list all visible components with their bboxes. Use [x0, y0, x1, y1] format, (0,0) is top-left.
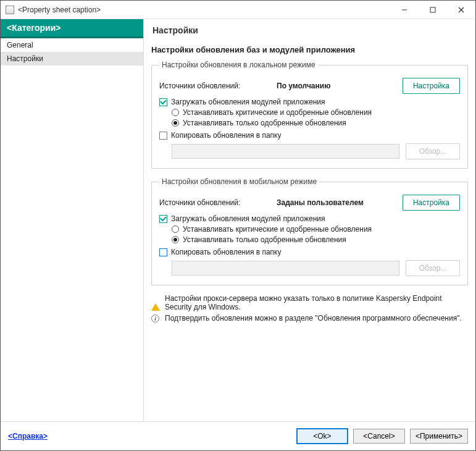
local-sources-label: Источники обновлений: — [159, 82, 270, 90]
svg-rect-1 — [430, 7, 435, 12]
local-sources-value: По умолчанию — [277, 82, 330, 90]
close-button[interactable] — [447, 1, 475, 19]
checkbox-icon — [159, 98, 167, 106]
radio-icon — [172, 225, 179, 233]
local-download-modules-checkbox[interactable]: Загружать обновления модулей приложения — [159, 98, 460, 106]
local-mode-legend: Настройки обновления в локальном режиме — [159, 61, 318, 69]
sidebar-item-settings[interactable]: Настройки — [1, 52, 143, 65]
mobile-install-radio-group: Устанавливать критические и одобренные о… — [172, 225, 460, 244]
dialog-footer: <Справка> <Ok> <Cancel> <Применить> — [1, 421, 475, 450]
radio-label: Устанавливать критические и одобренные о… — [183, 225, 372, 234]
checkbox-label: Загружать обновления модулей приложения — [171, 214, 325, 223]
local-copy-to-folder-checkbox[interactable]: Копировать обновления в папку — [159, 131, 460, 140]
category-sidebar: <Категории> General Настройки — [1, 19, 144, 421]
radio-icon — [172, 236, 179, 243]
confirm-note: i Подтвердить обновления можно в разделе… — [151, 314, 468, 323]
property-sheet-window: <Property sheet caption> <Категории> Gen… — [0, 0, 476, 451]
local-browse-button: Обзор... — [406, 143, 460, 159]
maximize-icon — [430, 7, 436, 13]
checkbox-label: Копировать обновления в папку — [171, 248, 282, 256]
local-mode-group: Настройки обновления в локальном режиме … — [151, 61, 468, 169]
cancel-button[interactable]: <Cancel> — [353, 429, 405, 444]
mobile-download-modules-checkbox[interactable]: Загружать обновления модулей приложения — [159, 214, 460, 223]
section-title: Настройки обновления баз и модулей прило… — [151, 45, 468, 54]
mobile-radio-approved-only[interactable]: Устанавливать только одобренные обновлен… — [172, 235, 460, 244]
local-copy-path-row: Обзор... — [172, 143, 460, 159]
mobile-radio-critical-approved[interactable]: Устанавливать критические и одобренные о… — [172, 225, 460, 234]
sidebar-item-general[interactable]: General — [1, 38, 143, 52]
checkbox-icon — [159, 132, 167, 140]
sidebar-header: <Категории> — [1, 19, 143, 38]
mobile-sources-label: Источники обновлений: — [159, 198, 270, 207]
radio-label: Устанавливать критические и одобренные о… — [183, 108, 372, 117]
info-icon: i — [151, 314, 160, 323]
mobile-copy-path-row: Обзор... — [172, 260, 460, 276]
mobile-sources-row: Источники обновлений: Заданы пользовател… — [159, 195, 460, 211]
local-config-button[interactable]: Настройка — [403, 78, 460, 94]
mobile-mode-legend: Настройки обновления в мобильном режиме — [159, 177, 319, 186]
checkbox-label: Копировать обновления в папку — [171, 131, 282, 140]
app-icon — [6, 6, 14, 14]
local-radio-approved-only[interactable]: Устанавливать только одобренные обновлен… — [172, 119, 460, 127]
main-panel: Настройки Настройки обновления баз и мод… — [144, 19, 475, 421]
minimize-icon — [401, 7, 407, 13]
notes-block: Настройки прокси-сервера можно указать т… — [151, 294, 468, 323]
close-icon — [458, 7, 464, 13]
titlebar: <Property sheet caption> — [1, 1, 475, 19]
window-title: <Property sheet caption> — [18, 6, 101, 14]
proxy-note: Настройки прокси-сервера можно указать т… — [151, 294, 468, 311]
page-title: Настройки — [144, 19, 475, 41]
proxy-note-text: Настройки прокси-сервера можно указать т… — [165, 294, 468, 311]
mobile-config-button[interactable]: Настройка — [403, 195, 460, 211]
local-radio-critical-approved[interactable]: Устанавливать критические и одобренные о… — [172, 108, 460, 117]
sidebar-item-label: Настройки — [7, 54, 43, 63]
sidebar-item-label: General — [7, 41, 33, 49]
mobile-mode-group: Настройки обновления в мобильном режиме … — [151, 177, 468, 285]
local-install-radio-group: Устанавливать критические и одобренные о… — [172, 108, 460, 127]
mobile-copy-path-input — [172, 261, 399, 276]
radio-label: Устанавливать только одобренные обновлен… — [183, 119, 346, 127]
radio-icon — [172, 109, 179, 116]
apply-button[interactable]: <Применить> — [410, 429, 468, 444]
ok-button[interactable]: <Ok> — [296, 428, 348, 444]
mobile-copy-to-folder-checkbox[interactable]: Копировать обновления в папку — [159, 248, 460, 256]
checkbox-icon — [159, 248, 167, 256]
maximize-button[interactable] — [419, 1, 447, 19]
local-sources-row: Источники обновлений: По умолчанию Настр… — [159, 78, 460, 94]
checkbox-label: Загружать обновления модулей приложения — [171, 98, 325, 106]
local-copy-path-input — [172, 144, 399, 159]
help-link[interactable]: <Справка> — [8, 432, 48, 440]
radio-icon — [172, 119, 179, 127]
confirm-note-text: Подтвердить обновления можно в разделе "… — [165, 314, 462, 322]
warning-icon — [151, 295, 160, 303]
mobile-browse-button: Обзор... — [406, 260, 460, 276]
minimize-button[interactable] — [390, 1, 419, 19]
mobile-sources-value: Заданы пользователем — [277, 198, 364, 207]
checkbox-icon — [159, 215, 167, 223]
radio-label: Устанавливать только одобренные обновлен… — [183, 235, 346, 244]
